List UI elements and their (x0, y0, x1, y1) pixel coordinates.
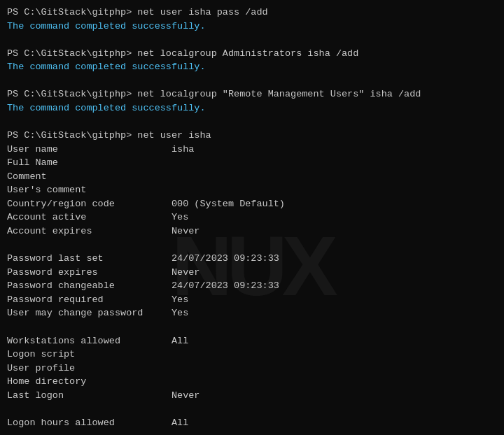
blank-line (7, 402, 497, 416)
terminal-line: User's comment (7, 183, 497, 197)
terminal-line: Full Name (7, 156, 497, 170)
terminal-line: The command completed successfully. (7, 20, 497, 34)
terminal-line: Home directory (7, 375, 497, 389)
terminal-line: User profile (7, 362, 497, 376)
terminal-line: Account active Yes (7, 211, 497, 224)
blank-line (7, 320, 497, 334)
terminal-window: NUX PS C:\GitStack\gitphp> net user isha… (7, 6, 497, 435)
terminal-line: User may change password Yes (7, 306, 497, 320)
terminal-line: The command completed successfully. (7, 60, 497, 74)
terminal-line: Last logon Never (7, 389, 497, 403)
terminal-line: PS C:\GitStack\gitphp> net localgroup "R… (7, 87, 497, 101)
terminal-line: User name isha (7, 143, 497, 157)
terminal-line: Workstations allowed All (7, 334, 497, 348)
blank-line (7, 238, 497, 252)
terminal-line: Comment (7, 170, 497, 184)
terminal-line: Password required Yes (7, 293, 497, 307)
terminal-line: Logon hours allowed All (7, 416, 497, 430)
blank-line (7, 429, 497, 435)
terminal-line: Logon script (7, 348, 497, 362)
terminal-line: Password last set 24/07/2023 09:23:33 (7, 252, 497, 266)
blank-line (7, 115, 497, 129)
blank-line (7, 74, 497, 88)
terminal-line: PS C:\GitStack\gitphp> net user isha pas… (7, 6, 497, 20)
terminal-line: Password changeable 24/07/2023 09:23:33 (7, 279, 497, 293)
terminal-content: PS C:\GitStack\gitphp> net user isha pas… (7, 6, 497, 435)
terminal-line: The command completed successfully. (7, 101, 497, 115)
terminal-line: Country/region code 000 (System Default) (7, 197, 497, 211)
terminal-line: Password expires Never (7, 266, 497, 280)
terminal-line: PS C:\GitStack\gitphp> net user isha (7, 129, 497, 143)
terminal-line: Account expires Never (7, 224, 497, 238)
terminal-line: PS C:\GitStack\gitphp> net localgroup Ad… (7, 47, 497, 61)
blank-line (7, 33, 497, 47)
